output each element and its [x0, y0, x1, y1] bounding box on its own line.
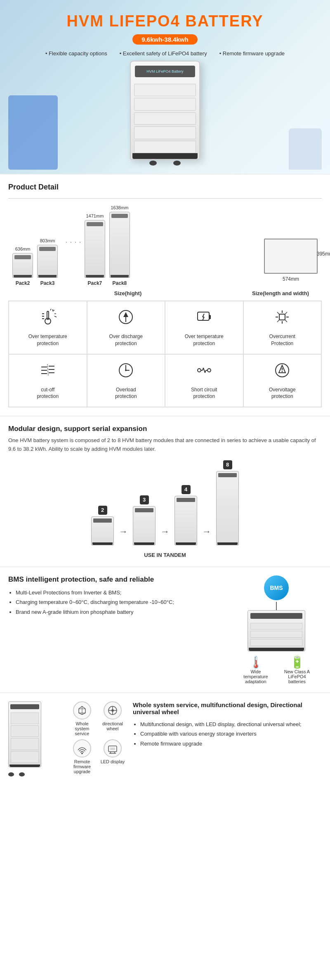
cutoff-label: cut-offprotection	[37, 386, 59, 400]
tandem-tower-4	[174, 496, 197, 545]
bms-diagram: BMS	[248, 575, 305, 651]
remote-firmware-label: Remote firmware upgrade	[68, 759, 96, 774]
bms-bullets: Multi-Level Protections from Inverter & …	[8, 588, 223, 617]
directional-wheel-label: directional wheel	[102, 721, 123, 731]
svg-point-46	[282, 371, 283, 372]
whole-system-icon	[73, 701, 91, 720]
service-bullet-3: Remote firmware upgrade	[140, 739, 322, 748]
pack8-height-label: 1638mm	[111, 205, 129, 210]
svg-rect-14	[209, 315, 211, 319]
over-temp-label: Over temperatureprotection	[28, 333, 67, 347]
tandem-unit-4: 4	[174, 485, 197, 545]
led-display-label: LED display	[101, 759, 125, 764]
protection-overcurrent: OvercurrentProtection	[243, 301, 322, 354]
feature-1: Flexible capacity options	[45, 50, 107, 57]
remote-firmware-icon	[73, 739, 91, 757]
pack8-item: 1638mm Pack8	[109, 205, 130, 286]
short-circuit-label: Short circuitprotection	[191, 386, 217, 400]
hero-title: HVM LIFEPO4 BATTERY	[8, 12, 322, 30]
svg-line-25	[277, 320, 279, 322]
bms-section: BMS intelligent protection, safe and rel…	[0, 566, 330, 692]
bms-bullet-1: Multi-Level Protections from Inverter & …	[16, 588, 223, 597]
overcurrent-label: OvercurrentProtection	[269, 333, 295, 347]
protection-overvoltage: Overvoltageprotection	[243, 354, 322, 407]
svg-rect-62	[110, 748, 115, 750]
overvoltage-icon	[273, 361, 291, 383]
overvoltage-label: Overvoltageprotection	[269, 386, 296, 400]
service-icon-remote-firmware: Remote firmware upgrade	[68, 739, 96, 774]
protection-short-circuit: Short circuitprotection	[165, 354, 243, 407]
service-section: Whole system service directional wheel	[0, 692, 330, 785]
svg-point-37	[207, 369, 211, 372]
pack8-tower	[109, 212, 130, 278]
bms-lifepo4: 🔋 New Class A LiFePO4 batteries	[280, 656, 314, 684]
pack3-item: 803mm Pack3	[37, 238, 58, 286]
cutoff-icon	[39, 361, 57, 383]
svg-line-26	[285, 320, 287, 322]
svg-line-24	[285, 312, 287, 314]
hero-features: Flexible capacity options Excellent safe…	[8, 50, 322, 57]
service-right: Whole system service, multifunctional de…	[133, 701, 322, 776]
pack8-label: Pack8	[113, 280, 127, 286]
svg-point-35	[125, 369, 127, 371]
thermometer-icon: 🌡️	[249, 656, 263, 669]
service-left	[8, 701, 62, 776]
service-icon-whole-system: Whole system service	[68, 701, 96, 736]
over-discharge-icon	[117, 308, 135, 330]
pack2-item: 636mm Pack2	[12, 246, 33, 286]
pack7-height-label: 1471mm	[86, 213, 104, 218]
service-battery-img	[8, 701, 41, 767]
pack2-label: Pack2	[16, 280, 30, 286]
over-charge-label: Over temperatureprotection	[185, 333, 224, 347]
directional-wheel-icon	[104, 701, 122, 720]
svg-point-57	[81, 753, 83, 754]
tandem-tower-8	[216, 471, 239, 545]
pack2-height-label: 636mm	[15, 246, 31, 251]
modular-desc: One HVM battery system is composed of 2 …	[8, 436, 322, 454]
tandem-tower-3	[133, 506, 156, 545]
over-discharge-label: Over dischargeprotection	[109, 333, 143, 347]
overload-label: Overloadprotection	[115, 386, 137, 400]
short-circuit-icon	[195, 361, 213, 383]
bms-label: BMS	[270, 585, 283, 591]
service-bullets: Multifunctional design, with LED display…	[133, 720, 322, 748]
tandem-unit-8: 8	[216, 460, 239, 545]
protection-overload: Overloadprotection	[87, 354, 165, 407]
bms-wide-temp: 🌡️ Wide temperature adaptation	[239, 656, 272, 684]
modular-section: Modular design, support serial expansion…	[0, 416, 330, 566]
svg-line-8	[50, 309, 51, 310]
tandem-num-4: 4	[182, 485, 191, 494]
protection-over-temp: Over temperatureprotection	[9, 301, 87, 354]
pack3-tower	[37, 245, 58, 278]
pack7-label: Pack7	[88, 280, 102, 286]
over-temp-icon	[39, 308, 57, 330]
svg-marker-11	[123, 312, 128, 317]
protection-over-discharge: Over dischargeprotection	[87, 301, 165, 354]
led-display-icon	[104, 739, 122, 757]
service-icons-grid: Whole system service directional wheel	[68, 701, 126, 774]
tandem-illustration: 2 → 3 → 4 → 8	[8, 460, 322, 545]
svg-line-33	[47, 365, 48, 376]
svg-line-41	[203, 368, 205, 373]
tandem-unit-3: 3	[133, 495, 156, 545]
bms-bullet-2: Charging temperature 0~60°C, discharging…	[16, 597, 223, 607]
arrow-2: →	[160, 526, 170, 545]
svg-point-36	[198, 369, 201, 372]
pack7-tower	[85, 220, 105, 278]
arrow-3: →	[202, 526, 211, 545]
hero-image-area: HVM LiFePO4 Battery	[8, 61, 322, 166]
bms-right: BMS 🌡️ Wide temperature adaptation	[231, 575, 322, 684]
over-charge-icon	[195, 308, 213, 330]
pack2-tower	[12, 253, 33, 278]
overload-icon	[117, 361, 135, 383]
hero-badge: 9.6kwh-38.4kwh	[132, 34, 197, 45]
dots-separator: · · · ·	[65, 237, 81, 255]
pack7-item: 1471mm Pack7	[85, 213, 105, 286]
service-bullet-2: Compatible with various energy storage i…	[140, 729, 322, 739]
bms-bullet-3: Brand new A-grade lithium iron phosphate…	[16, 607, 223, 617]
protection-cutoff: cut-offprotection	[9, 354, 87, 407]
battery-icon: 🔋	[290, 656, 304, 669]
service-title: Whole system service, multifunctional de…	[133, 701, 322, 715]
service-middle: Whole system service directional wheel	[68, 701, 126, 776]
tandem-num-2: 2	[98, 506, 107, 515]
